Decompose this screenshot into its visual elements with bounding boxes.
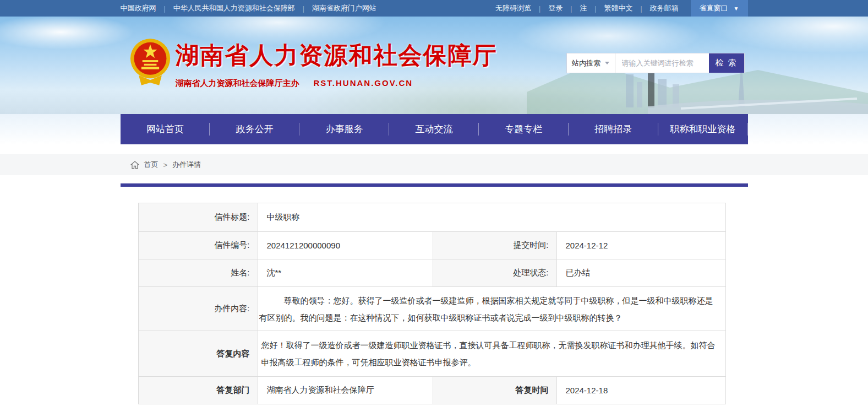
topbar-right-links: 无障碍浏览 登录 注 繁體中文 政务邮箱 省直窗口 ▼	[495, 0, 747, 17]
chevron-down-icon: ▼	[734, 6, 739, 12]
chevron-down-icon	[605, 62, 609, 64]
home-icon[interactable]	[130, 161, 139, 169]
table-row: 答复部门 湖南省人力资源和社会保障厅 答复时间 2024-12-18	[138, 377, 725, 404]
status-value: 已办结	[556, 259, 725, 287]
divider	[632, 4, 649, 13]
letter-title-label: 信件标题:	[138, 203, 258, 232]
search-scope-label: 站内搜索	[572, 58, 600, 68]
submit-time-value: 2024-12-12	[556, 232, 725, 259]
province-window-button[interactable]: 省直窗口 ▼	[691, 0, 748, 17]
divider	[563, 4, 580, 13]
link-hunan-gov[interactable]: 湖南省政府门户网站	[312, 3, 376, 13]
content-label: 办件内容:	[138, 287, 258, 331]
site-subtitle: 湖南省人力资源和社会保障厅主办	[176, 78, 299, 89]
breadcrumb-bar: 首页 > 办件详情	[0, 154, 868, 175]
submit-time-label: 提交时间:	[433, 232, 556, 259]
search-button[interactable]: 检 索	[709, 53, 744, 73]
link-login[interactable]: 登录	[548, 3, 563, 13]
nav-item-gov-affairs[interactable]: 政务公开	[210, 114, 299, 144]
nav-item-recruitment[interactable]: 招聘招录	[569, 114, 658, 144]
link-register[interactable]: 注	[580, 3, 587, 13]
name-label: 姓名:	[138, 259, 258, 287]
nav-section: 网站首页 政务公开 办事服务 互动交流 专题专栏 招聘招录 职称和职业资格	[0, 114, 868, 144]
table-row: 办件内容: 尊敬的领导：您好。获得了一级造价或者一级建造师，根据国家相关规定就等…	[138, 287, 725, 331]
letter-number-value: 2024121200000090	[258, 232, 433, 259]
site-title: 湖南省人力资源和社会保障厅	[176, 40, 498, 72]
reply-dept-value: 湖南省人力资源和社会保障厅	[258, 377, 433, 404]
reply-content-label: 答复内容	[138, 331, 258, 377]
link-gov-mail[interactable]: 政务邮箱	[650, 3, 679, 13]
link-china-gov[interactable]: 中国政府网	[121, 3, 156, 13]
nav-item-services[interactable]: 办事服务	[299, 114, 389, 144]
topbar-left-links: 中国政府网 中华人民共和国人力资源和社会保障部 湖南省政府门户网站	[121, 3, 376, 13]
reply-content-value: 您好！取得了一级造价或者一级建造师职业资格证书，直接认可具备工程师职称，无需换发…	[258, 331, 725, 377]
name-value: 沈**	[258, 259, 433, 287]
reply-dept-label: 答复部门	[138, 377, 258, 404]
letter-detail-table: 信件标题: 中级职称 信件编号: 2024121200000090 提交时间: …	[138, 203, 726, 404]
divider	[295, 4, 312, 13]
table-row: 答复内容 您好！取得了一级造价或者一级建造师职业资格证书，直接认可具备工程师职称…	[138, 331, 725, 377]
divider	[531, 4, 548, 13]
link-accessibility[interactable]: 无障碍浏览	[495, 3, 531, 13]
divider	[156, 4, 173, 13]
letter-number-label: 信件编号:	[138, 232, 258, 259]
search-input[interactable]	[615, 53, 709, 73]
nav-item-home[interactable]: 网站首页	[121, 114, 210, 144]
table-row: 信件标题: 中级职称	[138, 203, 725, 232]
breadcrumb-current: 办件详情	[172, 160, 201, 170]
site-url: RST.HUNAN.GOV.CN	[314, 78, 413, 89]
breadcrumb: 首页 > 办件详情	[121, 154, 748, 175]
main-nav: 网站首页 政务公开 办事服务 互动交流 专题专栏 招聘招录 职称和职业资格	[121, 114, 748, 144]
province-window-label: 省直窗口	[700, 3, 728, 13]
content-value: 尊敬的领导：您好。获得了一级造价或者一级建造师，根据国家相关规定就等同于中级职称…	[258, 287, 725, 331]
nav-item-interaction[interactable]: 互动交流	[389, 114, 479, 144]
breadcrumb-home-link[interactable]: 首页	[144, 160, 159, 170]
status-label: 处理状态:	[433, 259, 556, 287]
table-row: 姓名: 沈** 处理状态: 已办结	[138, 259, 725, 287]
site-search: 站内搜索 检 索	[566, 53, 745, 73]
spacer	[0, 175, 868, 183]
nav-item-professional-titles[interactable]: 职称和职业资格	[658, 114, 748, 144]
divider	[587, 4, 604, 13]
reply-time-value: 2024-12-18	[556, 377, 725, 404]
table-row: 信件编号: 2024121200000090 提交时间: 2024-12-12	[138, 232, 725, 259]
link-mohrss[interactable]: 中华人民共和国人力资源和社会保障部	[173, 3, 295, 13]
link-traditional-chinese[interactable]: 繁體中文	[604, 3, 632, 13]
detail-content: 信件标题: 中级职称 信件编号: 2024121200000090 提交时间: …	[121, 187, 748, 404]
spacer	[0, 144, 868, 154]
search-scope-select[interactable]: 站内搜索	[567, 53, 615, 73]
national-emblem-logo	[129, 35, 171, 89]
reply-time-label: 答复时间	[433, 377, 556, 404]
site-brand: 湖南省人力资源和社会保障厅 湖南省人力资源和社会保障厅主办 RST.HUNAN.…	[176, 40, 498, 89]
topbar: 中国政府网 中华人民共和国人力资源和社会保障部 湖南省政府门户网站 无障碍浏览 …	[0, 0, 868, 17]
nav-item-special-topics[interactable]: 专题专栏	[479, 114, 569, 144]
breadcrumb-separator: >	[163, 161, 168, 169]
site-header-banner: 湖南省人力资源和社会保障厅 湖南省人力资源和社会保障厅主办 RST.HUNAN.…	[0, 17, 868, 114]
letter-title-value: 中级职称	[258, 203, 725, 232]
